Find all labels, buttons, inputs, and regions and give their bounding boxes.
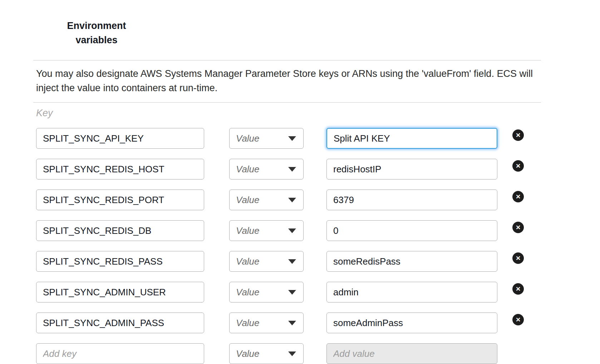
value-type-select[interactable]: Value [229, 313, 304, 333]
env-key-input[interactable] [36, 220, 204, 241]
chevron-down-icon [288, 290, 296, 295]
env-value-input[interactable] [326, 190, 497, 210]
remove-row-button[interactable]: ✕ [512, 160, 524, 172]
add-value-input[interactable] [326, 343, 497, 364]
close-icon: ✕ [516, 286, 521, 292]
remove-row-button[interactable]: ✕ [512, 129, 524, 141]
value-type-label: Value [236, 195, 260, 206]
value-type-select[interactable]: Value [229, 190, 304, 210]
add-env-var-row: Value [36, 343, 541, 364]
close-icon: ✕ [516, 194, 521, 200]
env-value-input[interactable] [326, 282, 497, 302]
value-type-select[interactable]: Value [229, 343, 304, 364]
environment-variables-section: Environment variables You may also desig… [0, 0, 600, 364]
chevron-down-icon [288, 198, 296, 202]
remove-row-button[interactable]: ✕ [512, 314, 524, 325]
chevron-down-icon [288, 228, 296, 233]
value-type-select[interactable]: Value [229, 128, 304, 149]
env-var-row: Value ✕ [36, 128, 541, 149]
section-label-line2: variables [66, 33, 127, 47]
chevron-down-icon [288, 351, 296, 356]
env-value-input[interactable] [326, 251, 497, 272]
env-key-input[interactable] [36, 251, 204, 272]
remove-row-button[interactable]: ✕ [512, 252, 524, 264]
env-value-input[interactable] [326, 159, 497, 179]
value-type-select[interactable]: Value [229, 282, 304, 302]
env-value-input[interactable] [326, 220, 497, 241]
add-key-input[interactable] [36, 343, 204, 364]
value-type-label: Value [236, 225, 260, 236]
close-icon: ✕ [516, 255, 521, 261]
value-type-label: Value [236, 318, 260, 329]
chevron-down-icon [288, 136, 296, 141]
section-label-line1: Environment [66, 19, 127, 33]
value-type-label: Value [236, 256, 260, 267]
close-icon: ✕ [516, 317, 521, 323]
env-key-input[interactable] [36, 190, 204, 210]
divider-middle [33, 102, 541, 103]
remove-row-button[interactable]: ✕ [512, 222, 524, 233]
env-var-row: Value ✕ [36, 190, 541, 210]
value-type-select[interactable]: Value [229, 251, 304, 272]
chevron-down-icon [288, 259, 296, 264]
env-var-rows: Value ✕ Value ✕ Value [33, 128, 541, 364]
chevron-down-icon [288, 167, 296, 172]
env-key-input[interactable] [36, 159, 204, 179]
section-label: Environment variables [66, 19, 127, 47]
env-var-row: Value ✕ [36, 220, 541, 241]
env-var-row: Value ✕ [36, 251, 541, 272]
value-type-select[interactable]: Value [229, 220, 304, 241]
env-var-row: Value ✕ [36, 282, 541, 302]
chevron-down-icon [288, 321, 296, 325]
value-type-label: Value [236, 287, 260, 298]
env-value-input[interactable] [326, 128, 497, 149]
value-type-label: Value [236, 348, 260, 359]
key-column-header: Key [36, 108, 541, 119]
env-key-input[interactable] [36, 282, 204, 302]
close-icon: ✕ [516, 132, 521, 138]
close-icon: ✕ [516, 225, 521, 231]
env-value-input[interactable] [326, 313, 497, 333]
env-var-row: Value ✕ [36, 159, 541, 179]
env-var-row: Value ✕ [36, 313, 541, 333]
help-text: You may also designate AWS Systems Manag… [33, 60, 541, 102]
close-icon: ✕ [516, 163, 521, 169]
value-type-label: Value [236, 133, 260, 144]
value-type-label: Value [236, 164, 260, 175]
env-key-input[interactable] [36, 128, 204, 149]
value-type-select[interactable]: Value [229, 159, 304, 179]
remove-row-button[interactable]: ✕ [512, 191, 524, 202]
remove-row-button[interactable]: ✕ [512, 283, 524, 295]
env-key-input[interactable] [36, 313, 204, 333]
